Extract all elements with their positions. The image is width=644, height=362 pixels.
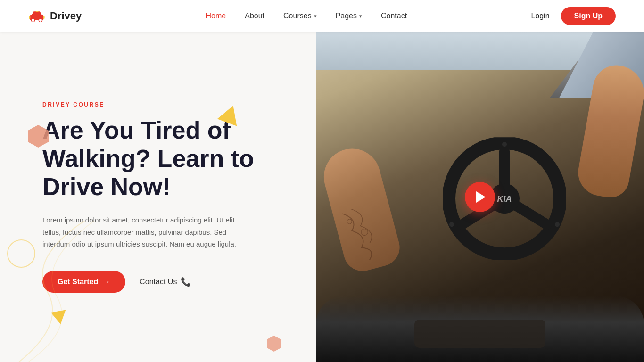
navbar: Drivey Home About Courses ▾ Pages ▾ Cont… — [0, 0, 644, 32]
hero-left-panel: DRIVEY COURSE Are You Tired of Walking? … — [0, 32, 316, 362]
hexagon-decoration — [26, 124, 50, 148]
hero-right-panel: KIA — [316, 32, 644, 362]
nav-dropdown-pages[interactable]: Pages ▾ — [336, 12, 362, 20]
svg-rect-3 — [29, 16, 30, 19]
svg-point-17 — [449, 222, 454, 227]
nav-dropdown-courses[interactable]: Courses ▾ — [283, 12, 317, 20]
circle-decoration — [7, 239, 35, 268]
svg-point-1 — [31, 18, 34, 22]
svg-marker-6 — [267, 336, 281, 352]
gauge-cluster — [414, 320, 545, 348]
hand-left — [317, 142, 404, 275]
play-button[interactable] — [465, 182, 495, 212]
car-icon — [28, 10, 45, 22]
signup-button[interactable]: Sign Up — [561, 7, 616, 25]
nav-item-contact[interactable]: Contact — [381, 12, 407, 20]
login-button[interactable]: Login — [531, 12, 549, 20]
chevron-down-icon: ▾ — [314, 13, 317, 19]
svg-marker-5 — [28, 125, 49, 148]
chevron-down-icon-pages: ▾ — [359, 13, 362, 19]
brand-name: Drivey — [50, 10, 82, 22]
nav-item-home[interactable]: Home — [206, 12, 226, 20]
nav-item-pages[interactable]: Pages ▾ — [336, 12, 362, 20]
svg-rect-4 — [43, 16, 45, 19]
logo[interactable]: Drivey — [28, 10, 82, 22]
svg-point-16 — [555, 222, 560, 227]
tattoo-decoration — [337, 201, 388, 265]
nav-link-contact[interactable]: Contact — [381, 12, 407, 20]
hero-section: DRIVEY COURSE Are You Tired of Walking? … — [0, 32, 644, 362]
hero-title: Are You Tired of Walking? Learn to Drive… — [42, 116, 283, 201]
hexagon-decoration-bottom — [265, 335, 283, 353]
nav-link-about[interactable]: About — [245, 12, 264, 20]
play-icon — [476, 191, 486, 203]
contact-us-button[interactable]: Contact Us 📞 — [140, 277, 191, 287]
hero-image: KIA — [316, 32, 644, 362]
svg-text:KIA: KIA — [497, 194, 512, 204]
nav-item-courses[interactable]: Courses ▾ — [283, 12, 317, 20]
nav-link-pages[interactable]: Pages — [336, 12, 357, 20]
hero-tag: DRIVEY COURSE — [42, 101, 283, 108]
svg-point-2 — [39, 18, 42, 22]
svg-point-15 — [502, 142, 507, 147]
phone-icon: 📞 — [181, 277, 191, 287]
nav-link-home[interactable]: Home — [206, 12, 226, 20]
nav-link-courses[interactable]: Courses — [283, 12, 312, 20]
svg-point-7 — [347, 219, 352, 224]
svg-line-12 — [516, 206, 547, 224]
nav-actions: Login Sign Up — [531, 7, 616, 25]
nav-links: Home About Courses ▾ Pages ▾ Contact — [206, 12, 407, 20]
steering-wheel: KIA — [443, 137, 566, 262]
arrow-right-icon: → — [103, 278, 110, 286]
nav-item-about[interactable]: About — [245, 12, 264, 20]
dashboard — [316, 296, 644, 362]
